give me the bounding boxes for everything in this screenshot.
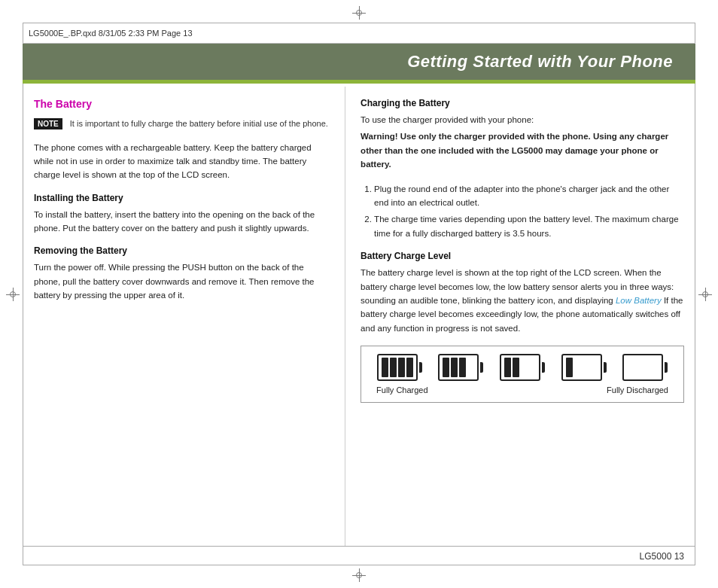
left-column: The Battery NOTE It is important to full… <box>23 87 345 547</box>
header-band: Getting Started with Your Phone <box>23 44 695 80</box>
battery-level-heading: Battery Charge Level <box>361 251 684 261</box>
charging-heading: Charging the Battery <box>361 98 684 108</box>
reg-mark-bottom <box>352 568 366 582</box>
section-title-battery: The Battery <box>34 98 330 110</box>
installing-heading: Installing the Battery <box>34 193 330 203</box>
battery-icon-full <box>377 354 422 381</box>
note-label: NOTE <box>34 118 62 129</box>
reg-mark-right <box>698 288 712 301</box>
battery-icon-1bar <box>561 354 607 381</box>
battery-icons-container: Fully Charged Fully Discharged <box>361 346 684 403</box>
accent-line <box>23 80 695 84</box>
charging-intro: To use the charger provided with your ph… <box>361 113 684 126</box>
label-fully-discharged: Fully Discharged <box>607 385 668 395</box>
charging-steps-list: Plug the round end of the adapter into t… <box>361 182 684 241</box>
file-info-bar: LG5000E_.BP.qxd 8/31/05 2:33 PM Page 13 <box>23 23 695 44</box>
note-text: It is important to fully charge the batt… <box>70 117 328 130</box>
battery-icon-empty <box>622 354 668 381</box>
charging-step-2: The charge time varies depending upon th… <box>374 212 684 240</box>
right-column: Charging the Battery To use the charger … <box>345 87 695 547</box>
charging-step-1: Plug the round end of the adapter into t… <box>374 182 684 210</box>
installing-text: To install the battery, insert the batte… <box>34 208 330 236</box>
battery-level-paragraph: The battery charge level is shown at the… <box>361 266 684 335</box>
page-title: Getting Started with Your Phone <box>407 52 673 72</box>
footer-text: LG5000 13 <box>640 551 684 562</box>
low-battery-link: Low Battery <box>616 296 662 305</box>
footer: LG5000 13 <box>23 546 695 565</box>
battery-icon-3bar <box>438 354 483 381</box>
reg-mark-left <box>6 288 20 301</box>
charging-warning: Warning! Use only the charger provided w… <box>361 129 684 171</box>
removing-heading: Removing the Battery <box>34 245 330 256</box>
note-block: NOTE It is important to fully charge the… <box>34 117 330 130</box>
battery-intro-text: The phone comes with a rechargeable batt… <box>34 141 330 182</box>
label-fully-charged: Fully Charged <box>376 385 427 395</box>
content-area: The Battery NOTE It is important to full… <box>23 87 695 547</box>
battery-icon-2bar <box>500 354 545 381</box>
reg-mark-top <box>352 6 366 20</box>
file-info-text: LG5000E_.BP.qxd 8/31/05 2:33 PM Page 13 <box>29 29 193 38</box>
removing-text: Turn the power off. While pressing the P… <box>34 260 330 302</box>
battery-icons-row <box>373 354 672 381</box>
battery-labels-row: Fully Charged Fully Discharged <box>373 385 672 395</box>
